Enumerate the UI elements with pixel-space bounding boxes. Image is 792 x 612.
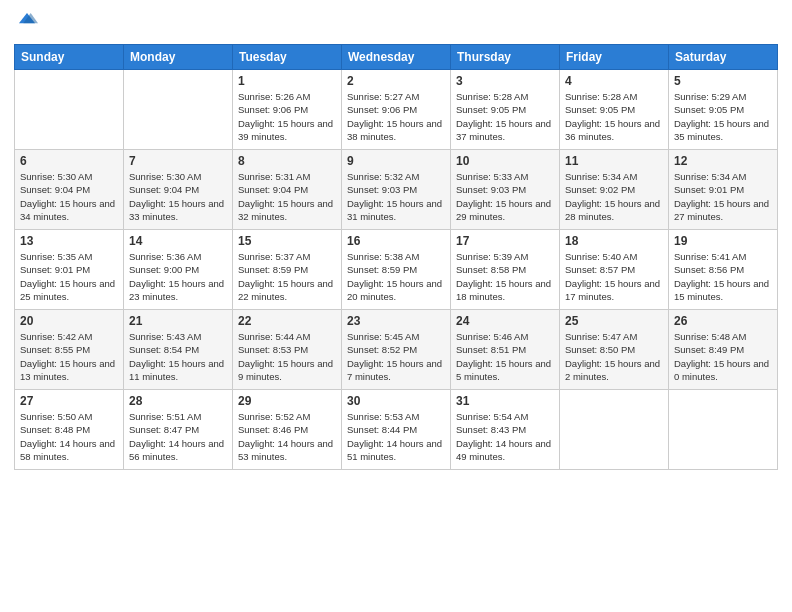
day-info: Sunrise: 5:33 AM Sunset: 9:03 PM Dayligh… [456,170,554,223]
day-number: 8 [238,154,336,168]
day-number: 31 [456,394,554,408]
day-cell [669,390,778,470]
day-cell: 20Sunrise: 5:42 AM Sunset: 8:55 PM Dayli… [15,310,124,390]
day-info: Sunrise: 5:34 AM Sunset: 9:01 PM Dayligh… [674,170,772,223]
day-info: Sunrise: 5:46 AM Sunset: 8:51 PM Dayligh… [456,330,554,383]
day-info: Sunrise: 5:48 AM Sunset: 8:49 PM Dayligh… [674,330,772,383]
day-info: Sunrise: 5:38 AM Sunset: 8:59 PM Dayligh… [347,250,445,303]
day-cell: 1Sunrise: 5:26 AM Sunset: 9:06 PM Daylig… [233,70,342,150]
day-cell: 28Sunrise: 5:51 AM Sunset: 8:47 PM Dayli… [124,390,233,470]
day-info: Sunrise: 5:47 AM Sunset: 8:50 PM Dayligh… [565,330,663,383]
day-number: 11 [565,154,663,168]
day-info: Sunrise: 5:29 AM Sunset: 9:05 PM Dayligh… [674,90,772,143]
week-row-4: 20Sunrise: 5:42 AM Sunset: 8:55 PM Dayli… [15,310,778,390]
day-cell: 6Sunrise: 5:30 AM Sunset: 9:04 PM Daylig… [15,150,124,230]
day-cell [560,390,669,470]
day-info: Sunrise: 5:51 AM Sunset: 8:47 PM Dayligh… [129,410,227,463]
day-cell: 31Sunrise: 5:54 AM Sunset: 8:43 PM Dayli… [451,390,560,470]
day-cell: 19Sunrise: 5:41 AM Sunset: 8:56 PM Dayli… [669,230,778,310]
day-number: 10 [456,154,554,168]
day-number: 12 [674,154,772,168]
day-number: 6 [20,154,118,168]
day-number: 23 [347,314,445,328]
day-cell: 3Sunrise: 5:28 AM Sunset: 9:05 PM Daylig… [451,70,560,150]
day-cell: 16Sunrise: 5:38 AM Sunset: 8:59 PM Dayli… [342,230,451,310]
day-cell: 8Sunrise: 5:31 AM Sunset: 9:04 PM Daylig… [233,150,342,230]
day-cell: 7Sunrise: 5:30 AM Sunset: 9:04 PM Daylig… [124,150,233,230]
weekday-header-wednesday: Wednesday [342,45,451,70]
day-info: Sunrise: 5:28 AM Sunset: 9:05 PM Dayligh… [456,90,554,143]
weekday-header-friday: Friday [560,45,669,70]
day-cell: 14Sunrise: 5:36 AM Sunset: 9:00 PM Dayli… [124,230,233,310]
page: SundayMondayTuesdayWednesdayThursdayFrid… [0,0,792,612]
day-number: 1 [238,74,336,88]
day-info: Sunrise: 5:34 AM Sunset: 9:02 PM Dayligh… [565,170,663,223]
day-number: 15 [238,234,336,248]
day-number: 5 [674,74,772,88]
day-cell: 25Sunrise: 5:47 AM Sunset: 8:50 PM Dayli… [560,310,669,390]
day-info: Sunrise: 5:37 AM Sunset: 8:59 PM Dayligh… [238,250,336,303]
day-number: 28 [129,394,227,408]
day-info: Sunrise: 5:50 AM Sunset: 8:48 PM Dayligh… [20,410,118,463]
day-info: Sunrise: 5:39 AM Sunset: 8:58 PM Dayligh… [456,250,554,303]
day-number: 7 [129,154,227,168]
logo-icon [16,10,38,32]
weekday-header-saturday: Saturday [669,45,778,70]
day-info: Sunrise: 5:32 AM Sunset: 9:03 PM Dayligh… [347,170,445,223]
weekday-header-tuesday: Tuesday [233,45,342,70]
day-info: Sunrise: 5:30 AM Sunset: 9:04 PM Dayligh… [20,170,118,223]
logo [14,10,38,36]
day-cell: 17Sunrise: 5:39 AM Sunset: 8:58 PM Dayli… [451,230,560,310]
day-cell: 22Sunrise: 5:44 AM Sunset: 8:53 PM Dayli… [233,310,342,390]
day-number: 19 [674,234,772,248]
day-number: 18 [565,234,663,248]
day-info: Sunrise: 5:44 AM Sunset: 8:53 PM Dayligh… [238,330,336,383]
day-cell: 2Sunrise: 5:27 AM Sunset: 9:06 PM Daylig… [342,70,451,150]
day-cell: 24Sunrise: 5:46 AM Sunset: 8:51 PM Dayli… [451,310,560,390]
day-cell: 26Sunrise: 5:48 AM Sunset: 8:49 PM Dayli… [669,310,778,390]
day-cell: 12Sunrise: 5:34 AM Sunset: 9:01 PM Dayli… [669,150,778,230]
day-cell: 23Sunrise: 5:45 AM Sunset: 8:52 PM Dayli… [342,310,451,390]
day-info: Sunrise: 5:36 AM Sunset: 9:00 PM Dayligh… [129,250,227,303]
week-row-5: 27Sunrise: 5:50 AM Sunset: 8:48 PM Dayli… [15,390,778,470]
day-info: Sunrise: 5:43 AM Sunset: 8:54 PM Dayligh… [129,330,227,383]
day-info: Sunrise: 5:41 AM Sunset: 8:56 PM Dayligh… [674,250,772,303]
week-row-3: 13Sunrise: 5:35 AM Sunset: 9:01 PM Dayli… [15,230,778,310]
day-info: Sunrise: 5:52 AM Sunset: 8:46 PM Dayligh… [238,410,336,463]
day-cell: 21Sunrise: 5:43 AM Sunset: 8:54 PM Dayli… [124,310,233,390]
day-number: 20 [20,314,118,328]
day-number: 13 [20,234,118,248]
day-number: 26 [674,314,772,328]
day-cell [15,70,124,150]
day-number: 4 [565,74,663,88]
day-info: Sunrise: 5:28 AM Sunset: 9:05 PM Dayligh… [565,90,663,143]
day-number: 16 [347,234,445,248]
weekday-header-thursday: Thursday [451,45,560,70]
day-cell: 27Sunrise: 5:50 AM Sunset: 8:48 PM Dayli… [15,390,124,470]
day-info: Sunrise: 5:54 AM Sunset: 8:43 PM Dayligh… [456,410,554,463]
day-info: Sunrise: 5:26 AM Sunset: 9:06 PM Dayligh… [238,90,336,143]
day-info: Sunrise: 5:53 AM Sunset: 8:44 PM Dayligh… [347,410,445,463]
day-number: 27 [20,394,118,408]
day-cell: 13Sunrise: 5:35 AM Sunset: 9:01 PM Dayli… [15,230,124,310]
day-info: Sunrise: 5:42 AM Sunset: 8:55 PM Dayligh… [20,330,118,383]
header [14,10,778,36]
day-info: Sunrise: 5:45 AM Sunset: 8:52 PM Dayligh… [347,330,445,383]
day-cell: 18Sunrise: 5:40 AM Sunset: 8:57 PM Dayli… [560,230,669,310]
week-row-2: 6Sunrise: 5:30 AM Sunset: 9:04 PM Daylig… [15,150,778,230]
day-info: Sunrise: 5:27 AM Sunset: 9:06 PM Dayligh… [347,90,445,143]
day-number: 14 [129,234,227,248]
day-info: Sunrise: 5:31 AM Sunset: 9:04 PM Dayligh… [238,170,336,223]
day-number: 9 [347,154,445,168]
day-info: Sunrise: 5:30 AM Sunset: 9:04 PM Dayligh… [129,170,227,223]
day-cell [124,70,233,150]
day-info: Sunrise: 5:35 AM Sunset: 9:01 PM Dayligh… [20,250,118,303]
day-number: 21 [129,314,227,328]
day-number: 2 [347,74,445,88]
weekday-header-sunday: Sunday [15,45,124,70]
day-number: 24 [456,314,554,328]
day-cell: 9Sunrise: 5:32 AM Sunset: 9:03 PM Daylig… [342,150,451,230]
day-number: 30 [347,394,445,408]
day-number: 17 [456,234,554,248]
day-cell: 5Sunrise: 5:29 AM Sunset: 9:05 PM Daylig… [669,70,778,150]
